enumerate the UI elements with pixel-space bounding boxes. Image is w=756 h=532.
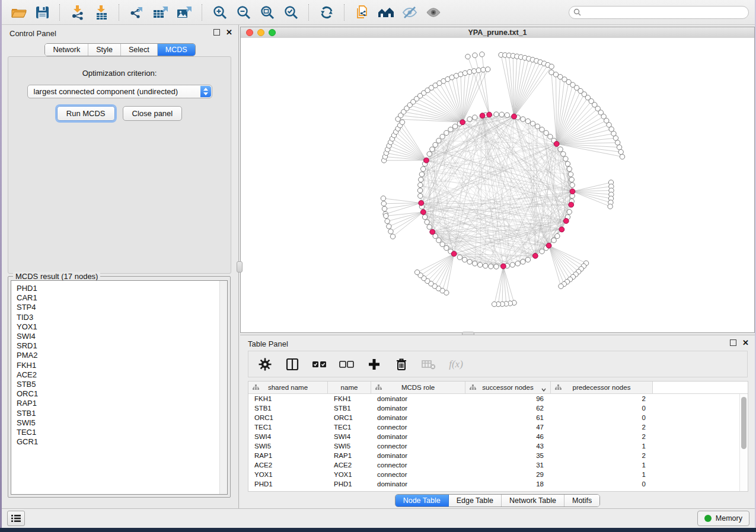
table-row[interactable]: SWI5SWI5connector431 — [248, 441, 748, 451]
table-row[interactable]: YOX1YOX1connector291 — [248, 470, 748, 479]
column-header-predecessor-nodes[interactable]: predecessor nodes — [551, 382, 653, 393]
mcds-result-item[interactable]: PMA2 — [17, 351, 227, 360]
tab-style[interactable]: Style — [88, 44, 121, 56]
mcds-result-item[interactable]: GCR1 — [17, 437, 227, 447]
memory-button[interactable]: Memory — [697, 511, 749, 526]
control-tabs: NetworkStyleSelectMCDS — [44, 43, 195, 56]
mcds-result-item[interactable]: ACE2 — [17, 370, 227, 380]
table-row[interactable]: ORC1ORC1dominator610 — [248, 413, 748, 422]
close-panel-icon[interactable]: ✕ — [226, 30, 232, 36]
column-label: predecessor nodes — [573, 384, 631, 391]
tab-mcds[interactable]: MCDS — [158, 44, 195, 56]
column-type-icon — [555, 384, 562, 392]
delete-columns-trash-icon[interactable] — [391, 354, 412, 375]
add-column-plus-icon[interactable] — [363, 354, 385, 375]
tab-network-table[interactable]: Network Table — [502, 495, 564, 507]
table-scrollbar[interactable] — [739, 394, 748, 491]
table-row[interactable]: TEC1TEC1connector472 — [248, 422, 748, 432]
network-window-titlebar[interactable]: YPA_prune.txt_1 — [241, 27, 754, 39]
mcds-result-item[interactable]: STB1 — [17, 409, 227, 418]
table-cell: 35 — [465, 452, 551, 459]
import-network-icon[interactable] — [67, 2, 88, 23]
table-row[interactable]: RAP1RAP1dominator352 — [248, 451, 748, 460]
column-header-MCDS-role[interactable]: MCDS role — [371, 382, 465, 393]
function-builder-icon-disabled: f(x) — [445, 354, 467, 375]
table-cell: RAP1 — [328, 452, 371, 459]
column-header-successor-nodes[interactable]: successor nodes — [465, 382, 551, 393]
mcds-result-item[interactable]: STP4 — [17, 303, 227, 312]
hide-selected-eye-icon[interactable] — [399, 2, 420, 23]
search-input[interactable] — [584, 8, 744, 17]
node-table[interactable]: shared namenameMCDS rolesuccessor nodesp… — [248, 381, 748, 492]
float-table-panel-icon[interactable] — [730, 339, 736, 346]
table-cell: 2 — [551, 433, 653, 440]
open-file-icon[interactable] — [8, 2, 29, 23]
mcds-result-item[interactable]: STB5 — [17, 380, 227, 389]
column-label: name — [341, 384, 358, 391]
select-spinner-icon[interactable] — [200, 86, 211, 97]
import-table-icon[interactable] — [91, 2, 112, 23]
mcds-result-item[interactable]: SWI4 — [17, 332, 227, 341]
close-panel-button[interactable]: Close panel — [123, 106, 183, 121]
deselect-all-columns-icon[interactable] — [336, 354, 358, 375]
export-network-icon[interactable] — [126, 2, 148, 23]
close-table-panel-icon[interactable]: ✕ — [742, 340, 749, 346]
table-cell: dominator — [371, 480, 465, 488]
mcds-result-item[interactable]: CAR1 — [17, 293, 227, 303]
table-scrollbar-thumb[interactable] — [741, 397, 747, 449]
clone-network-icon[interactable] — [352, 2, 373, 23]
vertical-splitter-handle[interactable] — [237, 261, 243, 273]
table-cell: connector — [371, 443, 465, 450]
first-neighbors-icon[interactable] — [375, 2, 397, 23]
criterion-select[interactable]: largest connected component (undirected) — [27, 85, 212, 98]
tab-motifs[interactable]: Motifs — [564, 495, 599, 507]
show-panels-list-icon[interactable] — [7, 511, 25, 526]
export-table-icon[interactable] — [150, 2, 171, 23]
result-list-scrollbar[interactable] — [219, 281, 227, 494]
column-header-name[interactable]: name — [328, 382, 371, 393]
search-box[interactable] — [569, 6, 749, 19]
table-row[interactable]: FKH1FKH1dominator962 — [248, 394, 748, 403]
zoom-out-icon[interactable] — [233, 2, 254, 23]
tab-node-table[interactable]: Node Table — [395, 495, 449, 507]
table-cell: YOX1 — [248, 471, 328, 478]
mcds-result-item[interactable]: ORC1 — [17, 389, 227, 399]
table-row[interactable]: PHD1PHD1dominator180 — [248, 479, 748, 489]
show-columns-icon[interactable] — [282, 354, 303, 375]
tab-edge-table[interactable]: Edge Table — [449, 495, 502, 507]
zoom-selected-icon[interactable] — [280, 2, 302, 23]
show-all-eye-icon[interactable] — [423, 2, 444, 23]
table-row[interactable]: ACE2ACE2connector311 — [248, 460, 748, 470]
save-session-icon[interactable] — [31, 2, 53, 23]
table-cell: 2 — [551, 395, 653, 402]
mcds-result-list[interactable]: PHD1CAR1STP4TID3YOX1SWI4SRD1PMA2FKH1ACE2… — [11, 280, 228, 495]
export-image-icon[interactable] — [174, 2, 195, 23]
table-settings-gear-icon[interactable] — [254, 354, 276, 375]
tab-select[interactable]: Select — [121, 44, 158, 56]
table-cell: FKH1 — [248, 395, 328, 402]
select-all-columns-icon[interactable] — [309, 354, 330, 375]
table-row[interactable]: STB1STB1dominator620 — [248, 403, 748, 413]
mcds-result-item[interactable]: PHD1 — [17, 284, 227, 293]
apply-layout-refresh-icon[interactable] — [316, 2, 337, 23]
zoom-fit-icon[interactable] — [257, 2, 278, 23]
mcds-result-item[interactable]: TID3 — [17, 313, 227, 322]
column-header-shared-name[interactable]: shared name — [248, 382, 328, 393]
zoom-in-icon[interactable] — [209, 2, 231, 23]
mcds-result-item[interactable]: FKH1 — [17, 361, 227, 370]
run-mcds-button[interactable]: Run MCDS — [57, 106, 115, 121]
table-row[interactable]: SWI4SWI4dominator462 — [248, 432, 748, 441]
sort-desc-icon — [541, 386, 546, 393]
mcds-result-item[interactable]: RAP1 — [17, 399, 227, 408]
application-window: Control Panel ✕ NetworkStyleSelectMCDS O… — [0, 0, 756, 532]
network-canvas[interactable] — [241, 38, 754, 332]
float-panel-icon[interactable] — [213, 29, 220, 36]
column-type-icon — [470, 384, 476, 392]
mcds-result-item[interactable]: SRD1 — [17, 341, 227, 351]
mcds-result-item[interactable]: TEC1 — [17, 428, 227, 437]
tab-network[interactable]: Network — [45, 44, 88, 56]
mcds-result-item[interactable]: YOX1 — [17, 322, 227, 332]
mcds-result-item[interactable]: SWI5 — [17, 418, 227, 428]
table-cell: SWI4 — [328, 433, 371, 440]
table-cell: connector — [371, 424, 465, 431]
